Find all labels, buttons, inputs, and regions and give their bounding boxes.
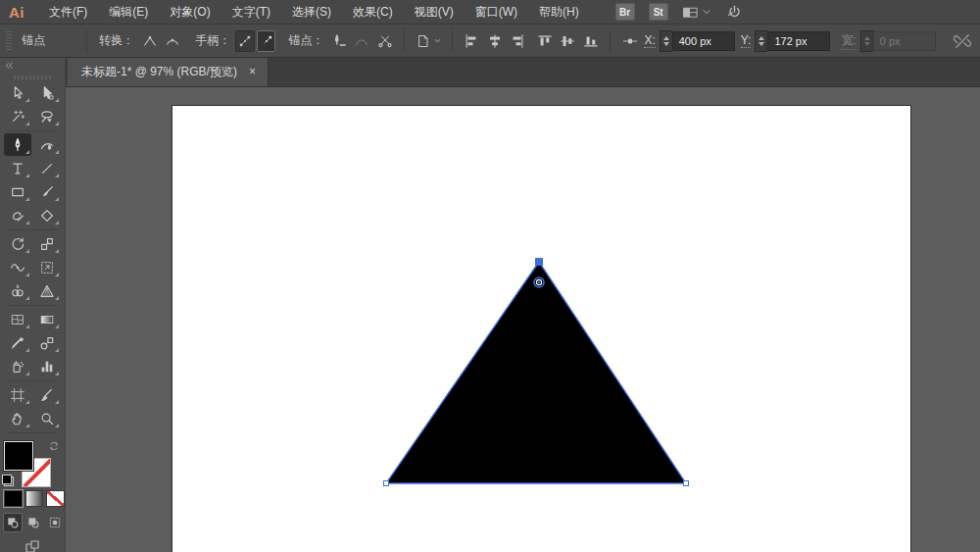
corner-point-icon — [142, 33, 158, 49]
rectangle-tool[interactable] — [4, 180, 31, 203]
y-input[interactable]: 172 px — [767, 31, 830, 51]
show-handles-button[interactable] — [235, 30, 254, 52]
type-tool[interactable] — [4, 157, 31, 179]
main-area: 未标题-1* @ 97% (RGB/预览) × — [0, 57, 980, 552]
control-bar: 锚点 转换： 手柄： 锚点： X: 400 px Y: 172 px 宽: 0 … — [0, 25, 980, 58]
rotate-tool[interactable] — [4, 232, 31, 255]
collapse-panel-icon[interactable] — [4, 59, 15, 74]
hide-handles-icon — [260, 34, 273, 48]
shape-builder-tool[interactable] — [4, 279, 31, 302]
gradient-button[interactable] — [25, 490, 44, 507]
stock-button[interactable]: St — [649, 3, 668, 21]
menu-item-view[interactable]: 视图(V) — [404, 1, 465, 24]
fill-swatch[interactable] — [4, 441, 33, 471]
eyedropper-tool-icon — [10, 335, 25, 351]
type-tool-icon — [10, 161, 25, 176]
align-vertical-top-button[interactable] — [535, 29, 556, 53]
align-horizontal-center-button[interactable] — [484, 29, 505, 53]
illustrator-logo: Ai — [9, 4, 24, 21]
hide-handles-button[interactable] — [257, 30, 275, 52]
gpu-performance-button[interactable] — [726, 4, 743, 21]
artboard[interactable] — [172, 106, 910, 552]
mesh-tool[interactable] — [4, 308, 31, 330]
align-vertical-bottom-button[interactable] — [580, 29, 601, 53]
toolbar-grip[interactable] — [14, 74, 51, 81]
align-vertical-middle-button[interactable] — [558, 29, 578, 53]
default-fill-stroke-icon[interactable] — [2, 475, 14, 486]
constrain-proportions-button[interactable] — [953, 29, 973, 53]
paintbrush-tool[interactable] — [33, 180, 61, 203]
gradient-tool[interactable] — [33, 308, 61, 330]
draw-inside-button[interactable] — [45, 513, 65, 532]
shaper-tool[interactable] — [4, 204, 31, 226]
color-button[interactable] — [4, 490, 23, 507]
none-button[interactable] — [46, 490, 65, 507]
graph-tool[interactable] — [33, 355, 61, 377]
line-tool[interactable] — [33, 157, 61, 179]
selection-tool[interactable] — [4, 81, 31, 104]
convert-to-corner-button[interactable] — [139, 29, 160, 53]
menu-item-edit[interactable]: 编辑(E) — [98, 1, 159, 24]
screen-mode-button[interactable] — [24, 538, 41, 552]
align-horizontal-left-button[interactable] — [462, 29, 482, 53]
artboard-tool[interactable] — [4, 383, 31, 406]
bridge-button[interactable]: Br — [615, 3, 635, 21]
tab-close-button[interactable]: × — [247, 64, 258, 79]
rotate-tool-icon — [10, 236, 25, 252]
screen-mode-icon — [24, 538, 41, 552]
distribute-button[interactable] — [619, 29, 640, 53]
document-tab[interactable]: 未标题-1* @ 97% (RGB/预览) × — [68, 57, 269, 86]
menu-item-file[interactable]: 文件(F) — [38, 1, 98, 24]
menu-item-object[interactable]: 对象(O) — [159, 1, 220, 24]
curvature-tool[interactable] — [33, 133, 61, 156]
workspace-switcher-button[interactable] — [682, 4, 712, 21]
distribute-icon — [622, 33, 638, 49]
align-horizontal-right-button[interactable] — [507, 29, 527, 53]
hand-tool[interactable] — [4, 407, 31, 429]
draw-normal-icon — [6, 516, 20, 529]
anchors-label: 锚点： — [288, 32, 323, 49]
blend-tool[interactable] — [33, 331, 61, 354]
toolbar-separator — [7, 305, 58, 306]
convert-to-smooth-button[interactable] — [162, 29, 182, 53]
line-tool-icon — [39, 161, 55, 176]
menu-item-effect[interactable]: 效果(C) — [342, 1, 404, 24]
draw-behind-button[interactable] — [24, 513, 43, 532]
menu-item-select[interactable]: 选择(S) — [281, 1, 342, 24]
x-field[interactable]: X: 400 px — [644, 30, 734, 52]
menu-item-window[interactable]: 窗口(W) — [465, 1, 528, 24]
pen-tool[interactable] — [4, 133, 31, 156]
align-to-artboard-dropdown[interactable] — [414, 29, 443, 53]
swap-fill-stroke-icon[interactable] — [48, 440, 60, 452]
menu-bar: Ai 文件(F)编辑(E)对象(O)文字(T)选择(S)效果(C)视图(V)窗口… — [0, 0, 980, 25]
remove-anchor-button[interactable] — [328, 29, 349, 53]
slice-tool[interactable] — [33, 383, 61, 406]
y-field[interactable]: Y: 172 px — [741, 30, 831, 52]
align-right-icon — [510, 33, 525, 49]
align-bottom-icon — [583, 33, 599, 49]
y-stepper[interactable] — [755, 30, 767, 52]
menu-item-type[interactable]: 文字(T) — [221, 1, 281, 24]
menu-item-help[interactable]: 帮助(H) — [528, 1, 590, 24]
eraser-tool[interactable] — [33, 204, 61, 226]
x-stepper[interactable] — [660, 30, 672, 52]
perspective-grid-tool[interactable] — [33, 279, 61, 302]
control-bar-grip[interactable] — [6, 31, 12, 51]
artboard-page-icon — [416, 33, 431, 49]
lasso-tool[interactable] — [33, 105, 61, 127]
tool-row — [0, 232, 65, 256]
zoom-tool[interactable] — [33, 407, 61, 429]
scale-tool[interactable] — [33, 232, 61, 255]
symbol-sprayer-tool-icon — [10, 359, 25, 375]
x-input[interactable]: 400 px — [672, 31, 735, 51]
magic-wand-tool[interactable] — [4, 105, 31, 127]
direct-selection-tool[interactable] — [33, 81, 61, 104]
cut-path-button[interactable] — [374, 29, 395, 53]
pasteboard[interactable] — [66, 87, 980, 552]
free-transform-tool[interactable] — [33, 256, 61, 278]
remove-anchor-icon — [331, 33, 347, 49]
symbol-sprayer-tool[interactable] — [4, 355, 31, 377]
draw-normal-button[interactable] — [3, 513, 23, 532]
width-tool[interactable] — [4, 256, 31, 278]
eyedropper-tool[interactable] — [4, 331, 31, 354]
